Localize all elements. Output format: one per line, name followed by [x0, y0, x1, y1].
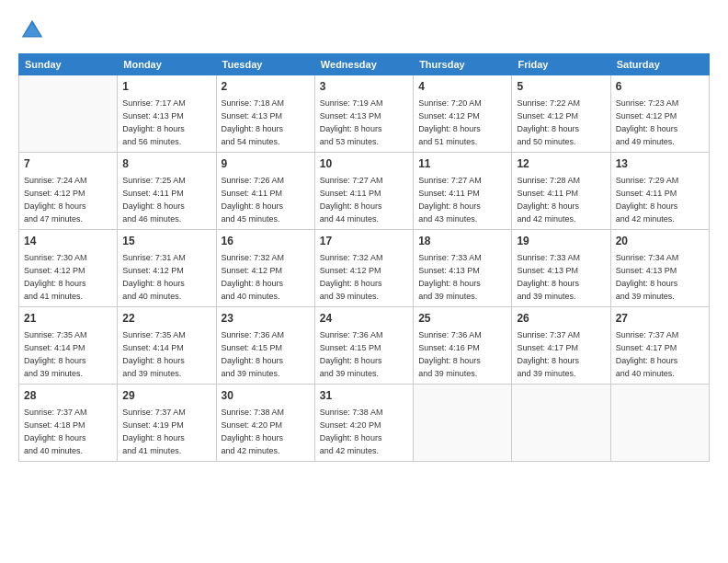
- day-cell: 26Sunrise: 7:37 AM Sunset: 4:17 PM Dayli…: [512, 306, 610, 384]
- logo: [18, 17, 50, 44]
- day-info: Sunrise: 7:37 AM Sunset: 4:18 PM Dayligh…: [24, 408, 87, 455]
- day-info: Sunrise: 7:29 AM Sunset: 4:11 PM Dayligh…: [616, 176, 679, 224]
- day-number: 16: [222, 234, 310, 249]
- day-cell: 7Sunrise: 7:24 AM Sunset: 4:12 PM Daylig…: [19, 152, 118, 229]
- day-number: 28: [24, 388, 112, 404]
- day-number: 24: [320, 311, 408, 327]
- day-number: 11: [418, 156, 506, 172]
- calendar-body: 1Sunrise: 7:17 AM Sunset: 4:13 PM Daylig…: [19, 75, 710, 462]
- day-info: Sunrise: 7:30 AM Sunset: 4:12 PM Dayligh…: [24, 253, 87, 301]
- day-number: 31: [320, 388, 408, 404]
- header-cell-sunday: Sunday: [19, 54, 118, 75]
- day-cell: 29Sunrise: 7:37 AM Sunset: 4:19 PM Dayli…: [118, 384, 216, 461]
- day-info: Sunrise: 7:35 AM Sunset: 4:14 PM Dayligh…: [24, 330, 87, 378]
- day-info: Sunrise: 7:25 AM Sunset: 4:11 PM Dayligh…: [122, 176, 186, 224]
- day-number: 29: [122, 388, 210, 404]
- week-row-1: 7Sunrise: 7:24 AM Sunset: 4:12 PM Daylig…: [19, 152, 710, 229]
- day-number: 30: [222, 388, 310, 404]
- day-number: 1: [122, 79, 210, 95]
- day-cell: 6Sunrise: 7:23 AM Sunset: 4:12 PM Daylig…: [610, 75, 709, 153]
- day-number: 9: [222, 156, 310, 172]
- header: [18, 17, 710, 44]
- day-cell: 16Sunrise: 7:32 AM Sunset: 4:12 PM Dayli…: [216, 229, 314, 306]
- day-info: Sunrise: 7:36 AM Sunset: 4:16 PM Dayligh…: [418, 330, 482, 378]
- header-row: SundayMondayTuesdayWednesdayThursdayFrid…: [19, 54, 710, 75]
- day-cell: [19, 75, 118, 153]
- day-info: Sunrise: 7:24 AM Sunset: 4:12 PM Dayligh…: [24, 176, 87, 224]
- day-info: Sunrise: 7:36 AM Sunset: 4:15 PM Dayligh…: [222, 330, 285, 378]
- day-cell: [610, 384, 709, 461]
- day-cell: 30Sunrise: 7:38 AM Sunset: 4:20 PM Dayli…: [216, 384, 314, 461]
- day-info: Sunrise: 7:34 AM Sunset: 4:13 PM Dayligh…: [616, 253, 679, 301]
- day-cell: 18Sunrise: 7:33 AM Sunset: 4:13 PM Dayli…: [414, 229, 512, 306]
- day-number: 19: [517, 234, 605, 249]
- day-cell: 10Sunrise: 7:27 AM Sunset: 4:11 PM Dayli…: [314, 152, 413, 229]
- day-cell: 24Sunrise: 7:36 AM Sunset: 4:15 PM Dayli…: [314, 306, 413, 384]
- day-cell: 5Sunrise: 7:22 AM Sunset: 4:12 PM Daylig…: [512, 75, 610, 153]
- day-info: Sunrise: 7:32 AM Sunset: 4:12 PM Dayligh…: [222, 253, 285, 301]
- day-number: 20: [616, 234, 704, 249]
- calendar-table: SundayMondayTuesdayWednesdayThursdayFrid…: [18, 53, 710, 462]
- header-cell-saturday: Saturday: [610, 54, 709, 75]
- day-cell: 4Sunrise: 7:20 AM Sunset: 4:12 PM Daylig…: [414, 75, 512, 153]
- day-cell: [414, 384, 512, 461]
- page: SundayMondayTuesdayWednesdayThursdayFrid…: [0, 0, 728, 563]
- day-info: Sunrise: 7:33 AM Sunset: 4:13 PM Dayligh…: [517, 253, 580, 301]
- logo-icon: [18, 17, 46, 44]
- header-cell-friday: Friday: [512, 54, 610, 75]
- day-number: 2: [222, 79, 310, 95]
- day-number: 18: [418, 234, 506, 249]
- day-info: Sunrise: 7:37 AM Sunset: 4:17 PM Dayligh…: [616, 330, 679, 378]
- day-cell: 2Sunrise: 7:18 AM Sunset: 4:13 PM Daylig…: [216, 75, 314, 153]
- day-cell: 9Sunrise: 7:26 AM Sunset: 4:11 PM Daylig…: [216, 152, 314, 229]
- day-info: Sunrise: 7:18 AM Sunset: 4:13 PM Dayligh…: [222, 98, 285, 146]
- day-cell: 28Sunrise: 7:37 AM Sunset: 4:18 PM Dayli…: [19, 384, 118, 461]
- day-cell: 31Sunrise: 7:38 AM Sunset: 4:20 PM Dayli…: [314, 384, 413, 461]
- day-cell: 27Sunrise: 7:37 AM Sunset: 4:17 PM Dayli…: [610, 306, 709, 384]
- day-cell: 17Sunrise: 7:32 AM Sunset: 4:12 PM Dayli…: [314, 229, 413, 306]
- week-row-0: 1Sunrise: 7:17 AM Sunset: 4:13 PM Daylig…: [19, 75, 710, 153]
- week-row-3: 21Sunrise: 7:35 AM Sunset: 4:14 PM Dayli…: [19, 306, 710, 384]
- day-info: Sunrise: 7:23 AM Sunset: 4:12 PM Dayligh…: [616, 98, 679, 146]
- day-cell: 20Sunrise: 7:34 AM Sunset: 4:13 PM Dayli…: [610, 229, 709, 306]
- day-cell: 14Sunrise: 7:30 AM Sunset: 4:12 PM Dayli…: [19, 229, 118, 306]
- day-info: Sunrise: 7:35 AM Sunset: 4:14 PM Dayligh…: [122, 330, 186, 378]
- day-number: 14: [24, 234, 112, 249]
- day-number: 26: [517, 311, 605, 327]
- day-cell: 13Sunrise: 7:29 AM Sunset: 4:11 PM Dayli…: [610, 152, 709, 229]
- day-number: 5: [517, 79, 605, 95]
- day-info: Sunrise: 7:26 AM Sunset: 4:11 PM Dayligh…: [222, 176, 285, 224]
- day-cell: 21Sunrise: 7:35 AM Sunset: 4:14 PM Dayli…: [19, 306, 118, 384]
- day-cell: 23Sunrise: 7:36 AM Sunset: 4:15 PM Dayli…: [216, 306, 314, 384]
- day-info: Sunrise: 7:33 AM Sunset: 4:13 PM Dayligh…: [418, 253, 482, 301]
- day-info: Sunrise: 7:37 AM Sunset: 4:19 PM Dayligh…: [122, 408, 186, 455]
- header-cell-wednesday: Wednesday: [314, 54, 413, 75]
- day-cell: 8Sunrise: 7:25 AM Sunset: 4:11 PM Daylig…: [118, 152, 216, 229]
- day-number: 10: [320, 156, 408, 172]
- day-number: 27: [616, 311, 704, 327]
- day-info: Sunrise: 7:20 AM Sunset: 4:12 PM Dayligh…: [418, 98, 482, 146]
- day-number: 17: [320, 234, 408, 249]
- day-cell: 11Sunrise: 7:27 AM Sunset: 4:11 PM Dayli…: [414, 152, 512, 229]
- week-row-2: 14Sunrise: 7:30 AM Sunset: 4:12 PM Dayli…: [19, 229, 710, 306]
- day-cell: [512, 384, 610, 461]
- day-info: Sunrise: 7:19 AM Sunset: 4:13 PM Dayligh…: [320, 98, 383, 146]
- day-info: Sunrise: 7:36 AM Sunset: 4:15 PM Dayligh…: [320, 330, 383, 378]
- day-cell: 12Sunrise: 7:28 AM Sunset: 4:11 PM Dayli…: [512, 152, 610, 229]
- day-info: Sunrise: 7:17 AM Sunset: 4:13 PM Dayligh…: [122, 98, 186, 146]
- day-info: Sunrise: 7:37 AM Sunset: 4:17 PM Dayligh…: [517, 330, 580, 378]
- header-cell-tuesday: Tuesday: [216, 54, 314, 75]
- day-number: 7: [24, 156, 112, 172]
- day-cell: 25Sunrise: 7:36 AM Sunset: 4:16 PM Dayli…: [414, 306, 512, 384]
- day-info: Sunrise: 7:27 AM Sunset: 4:11 PM Dayligh…: [418, 176, 482, 224]
- day-number: 8: [122, 156, 210, 172]
- calendar-header: SundayMondayTuesdayWednesdayThursdayFrid…: [19, 54, 710, 75]
- week-row-4: 28Sunrise: 7:37 AM Sunset: 4:18 PM Dayli…: [19, 384, 710, 461]
- header-cell-monday: Monday: [118, 54, 216, 75]
- day-info: Sunrise: 7:28 AM Sunset: 4:11 PM Dayligh…: [517, 176, 580, 224]
- day-cell: 3Sunrise: 7:19 AM Sunset: 4:13 PM Daylig…: [314, 75, 413, 153]
- day-number: 3: [320, 79, 408, 95]
- day-number: 4: [418, 79, 506, 95]
- day-number: 22: [122, 311, 210, 327]
- day-info: Sunrise: 7:22 AM Sunset: 4:12 PM Dayligh…: [517, 98, 580, 146]
